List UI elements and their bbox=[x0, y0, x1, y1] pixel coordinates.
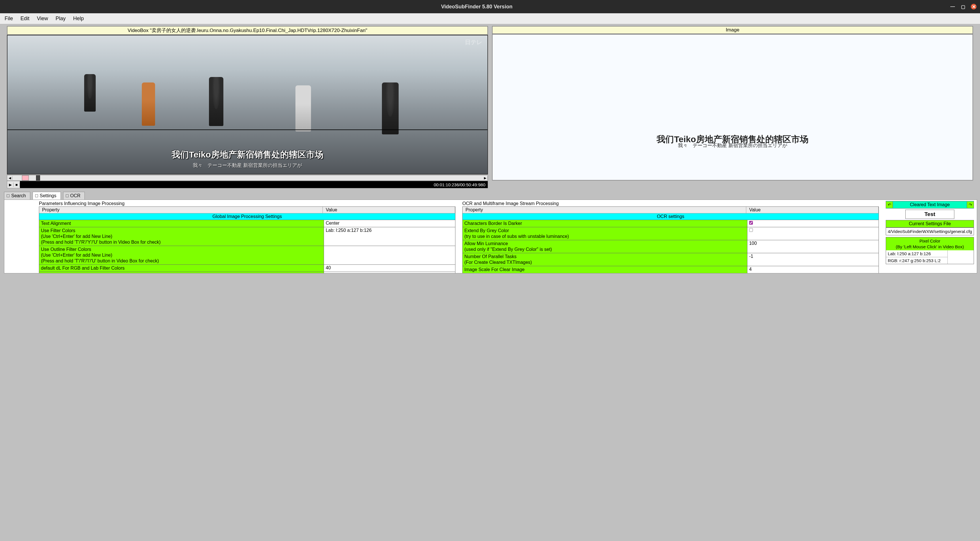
menubar: File Edit View Play Help bbox=[0, 13, 980, 24]
property-cell: Use Filter Colors(Use 'Ctrl+Enter' for a… bbox=[39, 227, 324, 246]
video-frame[interactable]: 日テレ 我们Teiko房地产新宿销售处的辖区市场 我々 テーコー不動産 新宿営業… bbox=[7, 35, 488, 174]
imagebox-title: Image bbox=[492, 26, 973, 34]
value-checkbox[interactable] bbox=[749, 221, 753, 225]
menu-view[interactable]: View bbox=[37, 16, 48, 22]
seek-right-icon[interactable]: ▶ bbox=[482, 176, 488, 180]
left-grid: Property Value Global Image Processing S… bbox=[39, 206, 455, 273]
menu-help[interactable]: Help bbox=[73, 16, 84, 22]
broadcaster-watermark: 日テレ bbox=[465, 38, 482, 46]
value-cell[interactable] bbox=[748, 227, 878, 240]
table-row: Characters Border Is Darker bbox=[463, 220, 878, 227]
time-display: 00:01:10:236/00:50:49:980 bbox=[434, 182, 485, 187]
tab-icon bbox=[35, 195, 38, 197]
seek-bar[interactable]: ◀ ▶ bbox=[7, 175, 488, 181]
pixel-color-swatch bbox=[948, 250, 974, 264]
prev-arrow-icon[interactable]: ↶ bbox=[886, 201, 893, 208]
tab-search[interactable]: Search bbox=[4, 192, 30, 199]
menu-file[interactable]: File bbox=[5, 16, 13, 22]
video-subtitle-secondary: 我々 テーコー不動産 新宿営業所の担当エリアが bbox=[8, 162, 487, 169]
titlebar: VideoSubFinder 5.80 Version — ▢ ✕ bbox=[0, 0, 980, 13]
property-cell: default dL For RGB and Lab Filter Colors bbox=[39, 265, 324, 272]
image-frame[interactable]: 我们Teiko房地产新宿销售处的辖区市场 我々 テーコー不動産 新宿営業所の担当… bbox=[492, 34, 973, 180]
tab-settings[interactable]: Settings bbox=[33, 192, 61, 199]
table-row: Extend By Grey Color(try to use in case … bbox=[463, 227, 878, 240]
pixel-color-header: Pixel Color (By 'Left Mouse Click' in Vi… bbox=[886, 237, 974, 250]
col-header-value: Value bbox=[746, 207, 878, 214]
cleared-text-image-header: ↶ Cleared Text Image ↷ bbox=[886, 201, 974, 209]
timeline-track[interactable]: 00:01:10:236/00:50:49:980 bbox=[20, 181, 488, 188]
left-grid-title: Parameters Influencing Image Processing bbox=[39, 201, 455, 206]
menu-edit[interactable]: Edit bbox=[21, 16, 29, 22]
value-cell[interactable]: Lab: l:250 a:127 b:126 bbox=[324, 227, 455, 246]
value-cell[interactable]: 100 bbox=[748, 240, 878, 253]
col-header-property: Property bbox=[39, 207, 323, 214]
maximize-icon[interactable]: ▢ bbox=[960, 4, 966, 9]
table-row: Use Outline Filter Colors(Use 'Ctrl+Ente… bbox=[39, 246, 455, 265]
property-cell: default dA For Lab Filter Colors bbox=[39, 272, 324, 273]
value-cell[interactable]: 40 bbox=[324, 265, 455, 272]
property-cell: Use Outline Filter Colors(Use 'Ctrl+Ente… bbox=[39, 246, 324, 265]
right-grid-title: OCR and Multiframe Image Stream Processi… bbox=[462, 201, 879, 206]
window-title: VideoSubFinder 5.80 Version bbox=[3, 4, 950, 10]
minimize-icon[interactable]: — bbox=[950, 4, 955, 9]
videobox-title: VideoBox "卖房子的女人的逆袭.Ieuru.Onna.no.Gyakus… bbox=[7, 26, 488, 35]
play-icon[interactable]: ▶ bbox=[7, 182, 14, 187]
grid-section: OCR settings bbox=[463, 214, 878, 220]
close-icon[interactable]: ✕ bbox=[971, 4, 977, 10]
pixel-rgb-value: RGB: r:247 g:250 b:253 L:2 bbox=[886, 257, 947, 264]
seek-left-icon[interactable]: ◀ bbox=[7, 176, 13, 180]
value-cell[interactable] bbox=[324, 246, 455, 265]
value-cell[interactable]: 4 bbox=[748, 266, 878, 273]
video-subtitle-main: 我们Teiko房地产新宿销售处的辖区市场 bbox=[8, 149, 487, 161]
table-row: Number Of Parallel Tasks(For Create Clea… bbox=[463, 253, 878, 266]
tab-ocr[interactable]: OCR bbox=[63, 192, 85, 199]
property-cell: Extend By Grey Color(try to use in case … bbox=[463, 227, 748, 240]
property-cell: Text Alignment bbox=[39, 220, 324, 227]
test-button[interactable]: Test bbox=[905, 210, 955, 219]
right-grid: Property Value OCR settings Characters B… bbox=[462, 206, 879, 273]
tab-icon bbox=[6, 195, 10, 197]
property-cell: Number Of Parallel Tasks(For Create Clea… bbox=[463, 253, 748, 266]
table-row: Allow Min Luminance(used only if "Extend… bbox=[463, 240, 878, 253]
property-cell: Allow Min Luminance(used only if "Extend… bbox=[463, 240, 748, 253]
grid-section: Global Image Processing Settings bbox=[39, 214, 455, 220]
stop-icon[interactable]: ■ bbox=[14, 182, 20, 187]
table-row: Text AlignmentCenter bbox=[39, 220, 455, 227]
property-cell: Image Scale For Clear Image bbox=[463, 266, 748, 273]
settings-file-path-input[interactable] bbox=[886, 228, 974, 235]
table-row: Use Filter Colors(Use 'Ctrl+Enter' for a… bbox=[39, 227, 455, 246]
image-subtitle-secondary: 我々 テーコー不動産 新宿営業所の担当エリアが bbox=[493, 142, 972, 149]
col-header-property: Property bbox=[463, 207, 746, 214]
value-cell[interactable]: -1 bbox=[748, 253, 878, 266]
col-header-value: Value bbox=[323, 207, 455, 214]
table-row: default dA For Lab Filter Colors30 bbox=[39, 272, 455, 273]
property-cell: Characters Border Is Darker bbox=[463, 220, 748, 227]
current-settings-file-label: Current Settings File bbox=[886, 220, 974, 228]
pixel-lab-value: Lab: l:250 a:127 b:126 bbox=[886, 250, 947, 257]
table-row: default dL For RGB and Lab Filter Colors… bbox=[39, 265, 455, 272]
value-cell[interactable] bbox=[748, 220, 878, 227]
value-checkbox[interactable] bbox=[749, 228, 753, 232]
value-cell[interactable]: 30 bbox=[324, 272, 455, 273]
menu-play[interactable]: Play bbox=[56, 16, 66, 22]
table-row: Image Scale For Clear Image4 bbox=[463, 266, 878, 273]
next-arrow-icon[interactable]: ↷ bbox=[967, 201, 974, 208]
tabs: Search Settings OCR bbox=[4, 192, 977, 199]
tab-icon bbox=[66, 195, 68, 197]
value-cell[interactable]: Center bbox=[324, 220, 455, 227]
